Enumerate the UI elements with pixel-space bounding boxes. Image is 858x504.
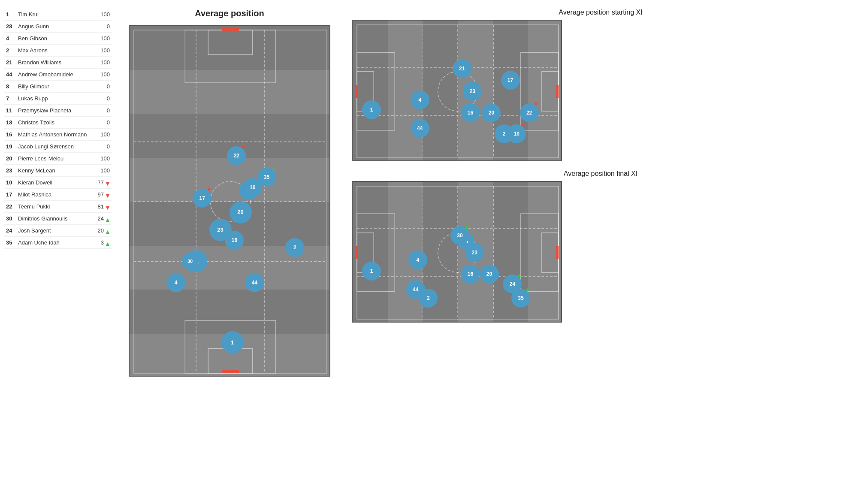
player-pct: 0 [95, 119, 110, 126]
player-row: 8Billy Gilmour0 [4, 81, 112, 93]
player-dot: 23 [209, 219, 232, 241]
arrow-down-icon: ▼ [105, 180, 110, 185]
player-row: 28Angus Gunn0 [4, 21, 112, 33]
player-name: Christos Tzolis [18, 119, 91, 126]
player-pct: 100 [95, 59, 110, 66]
player-dot: 1 [362, 100, 381, 119]
player-number: 1 [6, 11, 18, 18]
pct-container: 100 [91, 167, 110, 174]
player-row: 24Josh Sargent20▲ [4, 225, 112, 237]
svg-rect-27 [521, 214, 559, 292]
player-row: 19Jacob Lungi Sørensen0 [4, 141, 112, 153]
player-row: 44Andrew Omobamidele100 [4, 69, 112, 81]
player-name: Lukas Rupp [18, 95, 91, 102]
red-bar-right [556, 85, 559, 98]
player-pct: 0 [95, 107, 110, 114]
arrow-up-icon: ▲ [516, 272, 522, 278]
pct-container: 20▲ [91, 227, 110, 234]
pct-container: 77▼ [91, 179, 110, 186]
player-pct: 20 [91, 227, 104, 234]
player-row: 35Adam Uche Idah3▲ [4, 237, 112, 249]
player-number: 20 [6, 155, 18, 162]
player-dot: 20 [480, 265, 499, 284]
arrow-down-icon: ▼ [206, 186, 212, 193]
player-dot: 23 [465, 243, 484, 262]
player-number: 4 [6, 35, 18, 42]
player-number: 18 [6, 119, 18, 126]
player-pct: 100 [95, 131, 110, 138]
player-number: 28 [6, 23, 18, 30]
player-dot: 23 [463, 82, 482, 101]
main-chart-title: Average position [195, 9, 264, 18]
pct-container: 100 [91, 47, 110, 54]
player-name: Milot Rashica [18, 191, 91, 198]
player-dot: 20 [230, 201, 252, 223]
pct-container: 0 [91, 107, 110, 114]
arrow-down-icon: ▼ [105, 192, 110, 197]
arrow-down-icon: ▼ [533, 100, 539, 107]
player-name: Jacob Lungi Sørensen [18, 143, 91, 150]
arrow-up-icon: ▲ [105, 228, 110, 233]
player-row: 16Mathias Antonsen Normann100 [4, 129, 112, 141]
player-name: Brandon Williams [18, 59, 91, 66]
player-row: 21Brandon Williams100 [4, 57, 112, 69]
player-number: 23 [6, 167, 18, 174]
player-name: Kenny McLean [18, 167, 91, 174]
player-row: 10Kieran Dowell77▼ [4, 177, 112, 189]
red-bar-left [355, 246, 358, 259]
main-pitch-panel: Average position 1241617▼202122▼23243035… [116, 0, 343, 504]
player-pct: 100 [95, 35, 110, 42]
player-dot: 1 [221, 331, 244, 353]
svg-rect-4 [208, 30, 252, 54]
player-number: 19 [6, 143, 18, 150]
player-name: Teemu Pukki [18, 203, 91, 210]
player-dot: 21 [453, 59, 471, 78]
arrow-down-icon: ▼ [520, 121, 526, 128]
player-name: Przemyslaw Placheta [18, 107, 91, 114]
player-number: 24 [6, 227, 18, 234]
player-row: 2Max Aarons100 [4, 45, 112, 57]
player-pct: 24 [91, 215, 104, 222]
arrow-up-icon: ▲ [270, 165, 276, 172]
svg-rect-25 [357, 214, 395, 292]
player-name: Mathias Antonsen Normann [18, 131, 91, 138]
right-panel: Average position starting XI 12410▼16172… [343, 0, 858, 504]
pct-container: 100 [91, 59, 110, 66]
player-number: 22 [6, 203, 18, 210]
red-bar-right [556, 246, 559, 259]
player-row: 23Kenny McLean100 [4, 165, 112, 177]
player-name: Max Aarons [18, 47, 91, 54]
arrow-up-icon: ▲ [464, 223, 470, 230]
player-number: 11 [6, 107, 18, 114]
player-name: Adam Uche Idah [18, 239, 91, 246]
player-number: 30 [6, 215, 18, 222]
player-dot: 4 [166, 273, 185, 292]
pitch-lines-svg [353, 21, 562, 161]
player-pct: 0 [95, 83, 110, 90]
player-row: 7Lukas Rupp0 [4, 93, 112, 105]
pct-container: 0 [91, 95, 110, 102]
player-name: Angus Gunn [18, 23, 91, 30]
player-number: 44 [6, 71, 18, 78]
arrow-up-icon: ▲ [105, 216, 110, 221]
player-pct: 81 [91, 203, 104, 210]
player-name: Josh Sargent [18, 227, 91, 234]
pct-container: 24▲ [91, 215, 110, 222]
player-pct: 100 [95, 167, 110, 174]
arrow-down-icon: ▼ [240, 144, 246, 151]
player-pct: 100 [95, 71, 110, 78]
player-list: 1Tim Krul10028Angus Gunn04Ben Gibson1002… [0, 0, 116, 504]
player-number: 35 [6, 239, 18, 246]
player-dot: 16 [461, 103, 480, 122]
pct-container: 0 [91, 83, 110, 90]
pct-container: 0 [91, 119, 110, 126]
player-number: 2 [6, 47, 18, 54]
final-xi-section: Average position final XI 1241620212324▲… [352, 170, 849, 323]
player-dot: 17 [501, 71, 520, 90]
arrow-up-icon: ▲ [525, 286, 531, 293]
player-dot: 4 [411, 91, 429, 109]
player-name: Dimitrios Giannoulis [18, 215, 91, 222]
player-number: 8 [6, 83, 18, 90]
pct-container: 0 [91, 23, 110, 30]
svg-rect-14 [357, 52, 395, 130]
